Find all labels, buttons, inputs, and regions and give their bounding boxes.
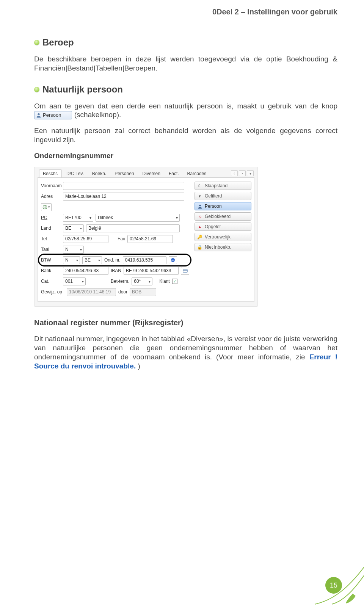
label-voornaam: Voornaam — [41, 183, 61, 188]
taal-select[interactable]: N — [63, 246, 84, 254]
label-gewijz: Gewijz. op — [41, 289, 64, 295]
select-value: BE — [65, 226, 71, 231]
select-value: 001 — [65, 279, 73, 284]
city-select[interactable]: Dilbeek — [96, 214, 180, 222]
tab-bar: Beschr. D/C Lev. Boekh. Personen Diverse… — [38, 169, 254, 178]
toggle-label: Persoon — [205, 204, 222, 209]
globe-dropdown-button[interactable] — [41, 203, 52, 211]
label-land: Land — [41, 226, 61, 231]
svg-rect-7 — [183, 270, 187, 271]
highlight-oval — [38, 254, 191, 266]
toggle-label: Niet inboekb. — [205, 245, 231, 250]
section-title-beroep: Beroep — [34, 37, 337, 48]
section-title-text: Natuurlijk persoon — [42, 84, 123, 95]
paragraph: Een natuurlijk persoon zal correct behan… — [34, 126, 337, 144]
label-cat: Cat. — [41, 279, 61, 284]
page-number: 15 — [325, 577, 342, 594]
label-door: door — [118, 289, 127, 295]
text-run: ) — [138, 362, 140, 370]
paragraph: Dit nationaal nummer, ingegeven in het t… — [34, 334, 337, 370]
form-screenshot: Beschr. D/C Lev. Boekh. Personen Diverse… — [34, 167, 258, 307]
land-code-select[interactable]: BE — [63, 224, 84, 232]
adres-input[interactable] — [63, 193, 184, 201]
fax-input[interactable] — [127, 235, 173, 243]
svg-point-8 — [199, 205, 201, 207]
tab-personen[interactable]: Personen — [111, 169, 138, 177]
select-value: 60* — [134, 279, 141, 284]
toggle-label: Opgelet — [205, 224, 221, 229]
persoon-inline-button[interactable]: Persoon — [34, 111, 72, 119]
button-label: Persoon — [43, 112, 61, 118]
tab-next-button[interactable]: › — [239, 170, 246, 176]
toggle-niet-inboekb[interactable]: 🔒 Niet inboekb. — [195, 243, 251, 251]
toggle-slaapstand[interactable]: ☾ Slaapstand — [195, 182, 251, 190]
paragraph: De beschikbare beroepen in deze lijst we… — [34, 55, 337, 73]
tab-beschr[interactable]: Beschr. — [39, 169, 62, 177]
tab-dropdown-button[interactable]: ▾ — [247, 170, 254, 176]
toggle-gefilterd[interactable]: ▾ Gefilterd — [195, 192, 251, 200]
globe-icon — [42, 205, 47, 210]
label-fax: Fax — [118, 236, 125, 241]
voornaam-input[interactable] — [63, 182, 184, 190]
label-adres: Adres — [41, 194, 61, 199]
iban-input[interactable] — [124, 267, 179, 275]
section-title-natuurlijk: Natuurlijk persoon — [34, 84, 337, 95]
land-name-input[interactable] — [86, 224, 180, 232]
subheading: Ondernemingsnummer — [34, 151, 337, 160]
key-icon: 🔑 — [197, 234, 202, 240]
label-iban: IBAN — [111, 268, 121, 273]
svg-rect-6 — [183, 269, 187, 272]
lock-icon: 🔒 — [197, 245, 202, 250]
select-value: N — [65, 247, 69, 252]
label-betterm: Bet-term. — [111, 279, 129, 284]
tab-diversen[interactable]: Diversen — [139, 169, 164, 177]
person-icon — [36, 113, 41, 118]
bank-detail-button[interactable] — [181, 267, 189, 275]
text-run: Om aan te geven dat een derde een natuur… — [34, 102, 337, 110]
tab-fact[interactable]: Fact. — [165, 169, 183, 177]
toggle-label: Vertrouwelijk — [205, 234, 231, 240]
tel-input[interactable] — [63, 235, 108, 243]
bullet-icon — [34, 40, 39, 45]
tab-nav: ‹ › ▾ — [231, 170, 254, 177]
svg-point-0 — [38, 113, 39, 115]
bullet-icon — [34, 87, 39, 92]
tab-barcodes[interactable]: Barcodes — [184, 169, 210, 177]
moon-icon: ☾ — [197, 183, 202, 188]
toggle-vertrouwelijk[interactable]: 🔑 Vertrouwelijk — [195, 233, 251, 241]
label-bank: Bank — [41, 268, 61, 273]
document-header: 0Deel 2 – Instellingen voor gebruik — [34, 8, 337, 16]
person-icon — [197, 204, 202, 209]
label-pc: PC — [41, 215, 61, 220]
block-icon: ⦸ — [197, 214, 202, 219]
card-icon — [183, 268, 188, 273]
door-input — [130, 288, 156, 296]
klant-checkbox[interactable]: ✓ — [172, 279, 177, 284]
toggle-opgelet[interactable]: ▲ Opgelet — [195, 223, 251, 231]
gewijz-input — [67, 288, 116, 296]
toggle-list: ☾ Slaapstand ▾ Gefilterd Persoon ⦸ Geblo… — [195, 182, 251, 298]
pc-select[interactable]: BE1700 — [63, 214, 93, 222]
text-run: Dit nationaal nummer, ingegeven in het t… — [34, 335, 337, 361]
warning-icon: ▲ — [197, 224, 202, 229]
tab-boekh[interactable]: Boekh. — [88, 169, 110, 177]
label-klant: Klant — [159, 279, 169, 284]
text-run: (schakelknop). — [74, 111, 121, 119]
label-taal: Taal — [41, 247, 61, 252]
toggle-geblokkeerd[interactable]: ⦸ Geblokkeerd — [195, 212, 251, 221]
tab-prev-button[interactable]: ‹ — [231, 170, 238, 176]
bank-input[interactable] — [63, 267, 108, 275]
tab-dc-lev[interactable]: D/C Lev. — [63, 169, 88, 177]
select-value: Dilbeek — [98, 215, 113, 220]
toggle-label: Gefilterd — [205, 193, 222, 199]
select-value: BE1700 — [65, 215, 82, 220]
subheading-rijks: Nationaal register nummer (Rijksregister… — [34, 318, 337, 328]
paragraph: Om aan te geven dat een derde een natuur… — [34, 102, 337, 120]
toggle-persoon[interactable]: Persoon — [195, 202, 251, 210]
toggle-label: Geblokkeerd — [205, 214, 231, 219]
cat-select[interactable]: 001 — [63, 277, 86, 285]
section-title-text: Beroep — [42, 37, 74, 48]
filter-icon: ▾ — [197, 193, 202, 199]
betterm-select[interactable]: 60* — [132, 277, 152, 285]
label-tel: Tel — [41, 236, 61, 241]
